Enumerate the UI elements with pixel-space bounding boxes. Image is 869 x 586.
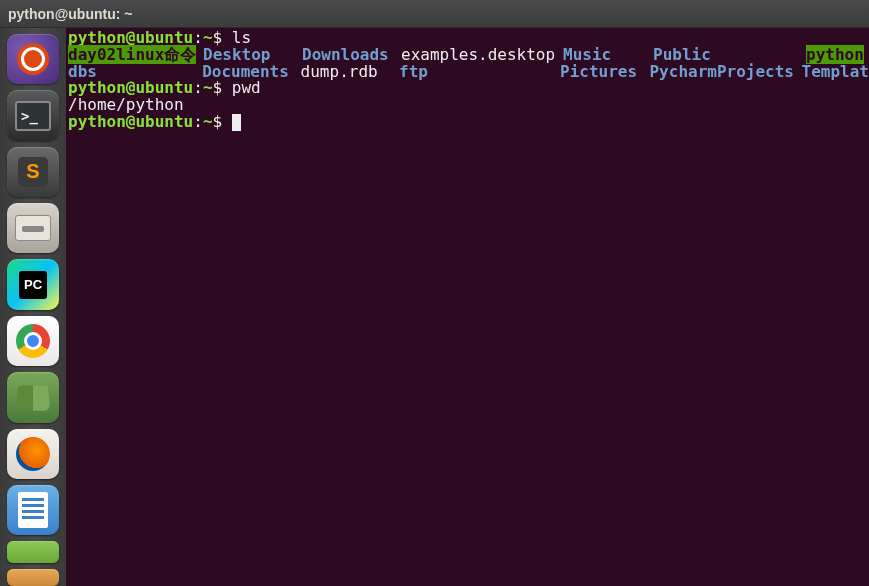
launcher-sublime-icon[interactable]: S [7,147,59,197]
file-drawer-icon [15,215,51,241]
command-text: pwd [232,78,261,97]
launcher-chrome-icon[interactable] [7,316,59,366]
book-icon [16,386,51,411]
prompt-symbol: $ [213,112,223,131]
prompt-user: python@ubuntu [68,112,193,131]
sublime-icon: S [18,157,48,187]
prompt-sep: : [193,78,203,97]
window-title: python@ubuntu: ~ [8,6,132,22]
unity-launcher: >_ S PC [0,28,66,586]
ls-entry: Templat [802,62,869,81]
launcher-impress-icon[interactable] [7,569,59,586]
window-titlebar[interactable]: python@ubuntu: ~ [0,0,869,28]
ls-entry: ftp [399,62,428,81]
pycharm-icon: PC [19,271,47,299]
prompt-sep: : [193,112,203,131]
ubuntu-logo-icon [17,43,49,75]
document-icon [18,492,48,528]
launcher-files-icon[interactable] [7,203,59,253]
main-area: >_ S PC python@ubuntu:~$ ls day02linux命令… [0,28,869,586]
launcher-calc-icon[interactable] [7,541,59,562]
prompt-path: ~ [203,112,213,131]
launcher-firefox-icon[interactable] [7,429,59,479]
cursor [232,114,241,131]
terminal-icon: >_ [15,101,51,131]
terminal-output[interactable]: python@ubuntu:~$ ls day02linux命令DesktopD… [66,28,869,586]
launcher-dash-icon[interactable] [7,34,59,84]
ls-entry: PycharmProjects [649,62,794,81]
chrome-icon [16,324,50,358]
ls-entry: Pictures [560,62,637,81]
prompt-path: ~ [203,78,213,97]
firefox-icon [16,437,50,471]
prompt-symbol: $ [213,78,223,97]
launcher-pycharm-icon[interactable]: PC [7,259,59,309]
ls-entry: dump.rdb [301,62,378,81]
launcher-terminal-icon[interactable]: >_ [7,90,59,140]
launcher-reader-icon[interactable] [7,372,59,422]
launcher-writer-icon[interactable] [7,485,59,535]
